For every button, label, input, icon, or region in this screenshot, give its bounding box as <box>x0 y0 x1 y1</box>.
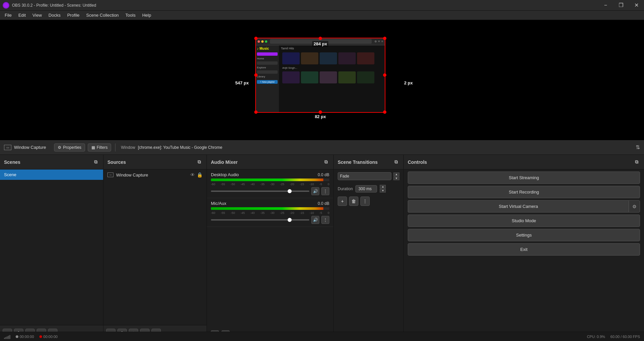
yt-library-label: Library <box>257 75 278 78</box>
mic-audio-header: Mic/Aux 0.0 dB <box>211 201 329 206</box>
yt-main-content: Tamil Hits Arijit Singh... <box>279 45 385 86</box>
transition-more-button[interactable]: ⋮ <box>360 197 370 206</box>
menu-scene-collection[interactable]: Scene Collection <box>83 12 122 18</box>
source-toolbar: ▭ Window Capture ⚙ Properties ▦ Filters … <box>0 140 644 155</box>
source-eye-icon[interactable]: 👁 <box>190 172 195 178</box>
remove-transition-button[interactable]: 🗑 <box>349 197 358 206</box>
rec-time: 00:00:00 <box>43 335 58 339</box>
menu-view[interactable]: View <box>29 12 45 18</box>
virtual-camera-settings-button[interactable]: ⚙ <box>629 200 640 213</box>
yt-card-4 <box>338 52 356 64</box>
signal-bars-visual <box>4 334 10 339</box>
dot-yellow <box>261 40 264 43</box>
source-type-icon-wc: ▭ <box>107 173 113 177</box>
transition-type-select[interactable]: Fade <box>338 172 391 180</box>
source-item-actions: 👁 🔒 <box>190 172 203 178</box>
yt-card-2 <box>301 52 318 64</box>
menu-file[interactable]: File <box>1 12 15 18</box>
close-button[interactable]: ✕ <box>629 0 644 11</box>
transitions-title: Scene Transitions <box>338 159 393 165</box>
scenes-panel-header: Scenes ⧉ <box>0 155 103 169</box>
desktop-audio-slider[interactable] <box>211 191 309 192</box>
transition-spin-down[interactable]: ▼ <box>393 177 399 180</box>
yt-card-10 <box>357 71 374 83</box>
maximize-button[interactable]: ❐ <box>613 0 629 11</box>
yt-row-1 <box>281 51 383 66</box>
yt-main: Tamil Hits Arijit Singh... <box>279 45 385 112</box>
yt-section-label: Tamil Hits <box>281 47 383 50</box>
start-virtual-camera-button[interactable]: Start Virtual Camera <box>408 200 629 213</box>
fps-display: 60.00 / 60.00 FPS <box>610 335 640 339</box>
add-transition-button[interactable]: + <box>338 197 347 206</box>
rec-dot <box>39 335 42 338</box>
yt-home <box>257 52 278 56</box>
yt-card-5 <box>357 52 374 64</box>
menu-edit[interactable]: Edit <box>15 12 29 18</box>
audio-channel-desktop: Desktop Audio 0.0 dB -60-55-50-45-40-35-… <box>207 169 333 198</box>
controls-panel: Controls ⧉ Start Streaming Start Recordi… <box>404 155 644 341</box>
audio-mixer-menu-icon[interactable]: ⧉ <box>323 159 329 165</box>
yt-content: ♪ Music Home Explore Library + New playl… <box>256 45 385 112</box>
preview-canvas: ⊕ ✕ ≡ ♪ Music Home Explore Library + New… <box>229 28 415 133</box>
menu-tools[interactable]: Tools <box>122 12 139 18</box>
desktop-audio-more-button[interactable]: ⋮ <box>321 187 329 195</box>
controls-menu-icon[interactable]: ⧉ <box>633 159 640 165</box>
properties-button[interactable]: ⚙ Properties <box>54 143 85 151</box>
filters-label: Filters <box>97 145 108 150</box>
yt-card-9 <box>338 71 356 83</box>
obs-logo <box>3 2 9 9</box>
duration-input[interactable] <box>355 185 377 193</box>
properties-label: Properties <box>63 145 81 150</box>
desktop-audio-mute-button[interactable]: 🔊 <box>311 187 319 195</box>
menu-bar: File Edit View Docks Profile Scene Colle… <box>0 11 644 20</box>
studio-mode-button[interactable]: Studio Mode <box>408 215 640 227</box>
browser-bar: ⊕ ✕ ≡ <box>256 38 385 45</box>
controls-header: Controls ⧉ <box>404 155 644 169</box>
source-item-window-capture[interactable]: ▭ Window Capture 👁 🔒 <box>103 169 207 180</box>
filters-button[interactable]: ▦ Filters <box>88 143 111 151</box>
menu-docks[interactable]: Docks <box>45 12 64 18</box>
mic-audio-slider[interactable] <box>211 219 309 221</box>
audio-mixer-title: Audio Mixer <box>211 159 323 165</box>
yt-card-6 <box>282 71 300 83</box>
exit-button[interactable]: Exit <box>408 243 640 256</box>
transition-spin-up[interactable]: ▲ <box>393 173 399 176</box>
browser-icons: ⊕ ✕ ≡ <box>374 40 383 43</box>
scene-transitions-panel: Scene Transitions ⧉ Fade ▲ ▼ Duration ▲ … <box>334 155 404 341</box>
chevron-updown-icon[interactable]: ⇅ <box>636 144 640 150</box>
duration-spin-down[interactable]: ▼ <box>380 189 386 193</box>
yt-logo: ♪ Music <box>257 47 278 50</box>
start-streaming-button[interactable]: Start Streaming <box>408 172 640 184</box>
dot-red <box>258 40 260 43</box>
minimize-button[interactable]: − <box>598 0 613 11</box>
preview-area: ⊕ ✕ ≡ ♪ Music Home Explore Library + New… <box>0 20 644 140</box>
mic-audio-controls: 🔊 ⋮ <box>211 216 329 224</box>
stream-time-item: 00:00:00 <box>16 335 34 339</box>
desktop-audio-meter-overlay <box>323 179 329 181</box>
yt-card-1 <box>282 52 300 64</box>
start-recording-button[interactable]: Start Recording <box>408 186 640 198</box>
controls-content: Start Streaming Start Recording Start Vi… <box>404 169 644 341</box>
settings-button[interactable]: Settings <box>408 229 640 241</box>
transitions-menu-icon[interactable]: ⧉ <box>393 159 399 165</box>
scenes-panel-menu-icon[interactable]: ⧉ <box>92 159 99 165</box>
menu-help[interactable]: Help <box>139 12 154 18</box>
gear-icon: ⚙ <box>58 145 61 150</box>
duration-label: Duration <box>338 187 353 191</box>
source-lock-icon[interactable]: 🔒 <box>197 172 203 178</box>
yt-new-playlist: + New playlist <box>257 80 278 84</box>
menu-profile[interactable]: Profile <box>64 12 83 18</box>
duration-spin-up[interactable]: ▲ <box>380 185 386 189</box>
sources-panel-menu-icon[interactable]: ⧉ <box>196 159 203 165</box>
stream-dot <box>16 335 18 338</box>
bar4 <box>8 336 9 339</box>
bar1 <box>4 338 5 339</box>
desktop-audio-name: Desktop Audio <box>211 172 318 177</box>
mic-audio-more-button[interactable]: ⋮ <box>321 216 329 224</box>
dim-bottom: 82 px <box>313 114 327 119</box>
scenes-list: Scene <box>0 169 103 325</box>
transition-type-row: Fade ▲ ▼ <box>334 169 403 183</box>
scene-item-scene[interactable]: Scene <box>0 169 103 180</box>
mic-audio-meter-overlay <box>323 207 329 210</box>
mic-audio-mute-button[interactable]: 🔊 <box>311 216 319 224</box>
